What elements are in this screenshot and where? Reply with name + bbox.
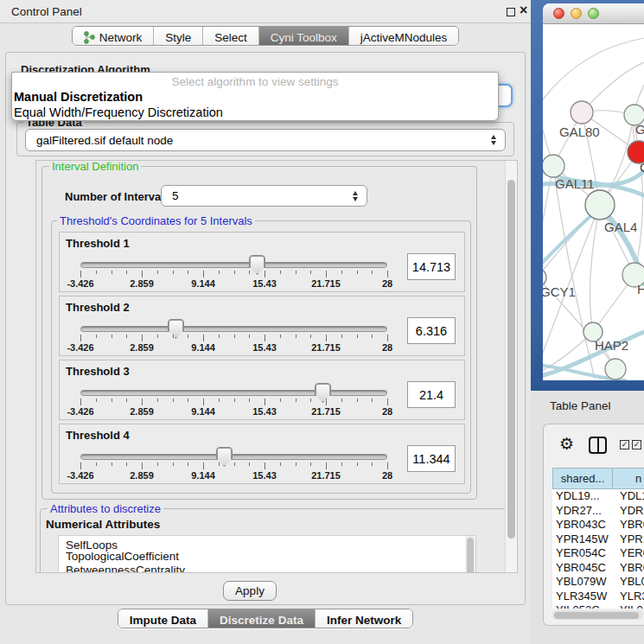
slider-tick-label: 21.715 bbox=[311, 278, 341, 289]
slider-tick-label: 28 bbox=[382, 278, 392, 289]
tab-jactivemnodules[interactable]: jActiveMNodules bbox=[349, 27, 459, 45]
control-panel-window: Control Panel × Network Style Select bbox=[0, 0, 531, 644]
cell-shared-name[interactable]: YBR045C bbox=[552, 561, 613, 576]
checkbox-icon[interactable]: ✓ bbox=[620, 440, 629, 450]
threshold-value-field[interactable]: 14.713 bbox=[407, 253, 456, 280]
table-row[interactable]: YBL079WYBL0 bbox=[552, 575, 644, 590]
node-gal4[interactable] bbox=[585, 190, 615, 220]
cell-shared-name[interactable]: YBR043C bbox=[552, 518, 613, 532]
threshold-slider-track[interactable] bbox=[80, 262, 387, 268]
table-row[interactable]: YPR145WYPR1 bbox=[552, 532, 644, 547]
zoom-traffic-light-icon[interactable] bbox=[588, 8, 599, 19]
cell-name[interactable]: YDL1 bbox=[613, 489, 644, 504]
network-icon bbox=[84, 31, 95, 44]
close-icon[interactable]: × bbox=[520, 3, 527, 18]
column-header-shared-name[interactable]: shared... bbox=[552, 468, 613, 489]
cell-shared-name[interactable]: YDR27... bbox=[552, 504, 613, 519]
checkbox-icon[interactable]: ✓ bbox=[632, 440, 641, 450]
slider-tick-label: 28 bbox=[382, 342, 392, 353]
cell-shared-name[interactable]: YPR145W bbox=[552, 532, 613, 547]
table-data-combobox[interactable]: galFiltered.sif default node bbox=[25, 129, 506, 151]
svg-text:GAL11: GAL11 bbox=[555, 176, 595, 191]
apply-button[interactable]: Apply bbox=[223, 581, 277, 601]
threshold-slider-track[interactable] bbox=[80, 390, 387, 396]
threshold-label: Threshold 4 bbox=[66, 429, 130, 442]
threshold-value-field[interactable]: 11.344 bbox=[407, 445, 456, 472]
cell-name[interactable]: YPR1 bbox=[613, 532, 644, 547]
table-row[interactable]: YLR345WYLR3 bbox=[552, 590, 644, 604]
attribute-list-item[interactable]: BetweennessCentrality bbox=[59, 564, 475, 573]
cell-name[interactable]: YBR0 bbox=[613, 561, 644, 576]
tab-network[interactable]: Network bbox=[73, 27, 155, 45]
interval-group-title: Interval Definition bbox=[49, 160, 141, 173]
threshold-value-field[interactable]: 6.316 bbox=[407, 317, 456, 344]
minimize-traffic-light-icon[interactable] bbox=[571, 8, 582, 19]
cell-name[interactable]: YDR2 bbox=[613, 504, 644, 519]
numerical-attributes-label: Numerical Attributes bbox=[46, 518, 160, 531]
vertical-scrollbar[interactable] bbox=[505, 161, 517, 572]
cyni-toolbox-pane: Discretization Algorithm Select algorith… bbox=[5, 52, 526, 605]
slider-tick-label: 9.144 bbox=[191, 406, 215, 417]
table-panel: Table Panel ⚙ ✓ ✓ shared... n YDL19...YD… bbox=[531, 391, 644, 644]
close-traffic-light-icon[interactable] bbox=[553, 8, 564, 19]
tab-select[interactable]: Select bbox=[203, 27, 259, 45]
attribute-list-item[interactable]: SelfLoops bbox=[59, 536, 475, 550]
interval-definition-group: Interval Definition Number of Intervals … bbox=[41, 166, 477, 500]
scrollbar-thumb[interactable] bbox=[554, 612, 639, 619]
svg-text:C: C bbox=[640, 160, 644, 175]
tab-cyni-toolbox[interactable]: Cyni Toolbox bbox=[259, 27, 349, 45]
node-gal11[interactable] bbox=[543, 155, 564, 177]
list-scrollbar[interactable] bbox=[465, 536, 475, 573]
cell-shared-name[interactable]: YLR345W bbox=[552, 590, 613, 604]
table-row[interactable]: YDL19...YDL1 bbox=[552, 489, 644, 504]
num-intervals-label: Number of Intervals bbox=[65, 190, 170, 203]
scrollbar-thumb[interactable] bbox=[507, 180, 515, 539]
column-header-name[interactable]: n bbox=[613, 468, 644, 489]
scrollbar-thumb[interactable] bbox=[467, 538, 474, 573]
cell-shared-name[interactable]: YDL19... bbox=[552, 489, 613, 504]
float-window-icon[interactable] bbox=[507, 8, 515, 16]
cell-name[interactable]: YBL0 bbox=[613, 575, 644, 590]
column-layout-icon[interactable] bbox=[589, 437, 607, 454]
network-mac-window: GAL80 GA C GAL11 GAL4 GCY1 H HAP2 bbox=[543, 3, 644, 380]
table-row[interactable]: YIL052CYIL0 bbox=[552, 603, 644, 609]
threshold-slider-track[interactable] bbox=[80, 454, 387, 460]
table-row[interactable]: YBR043CYBR0 bbox=[552, 518, 644, 532]
algorithm-option[interactable]: Manual Discretization bbox=[12, 89, 498, 105]
node-attribute-table[interactable]: shared... n YDL19...YDL1YDR27...YDR2YBR0… bbox=[552, 468, 644, 609]
attribute-list-item[interactable]: TopologicalCoefficient bbox=[59, 550, 475, 564]
cell-shared-name[interactable]: YER054C bbox=[552, 546, 613, 561]
node-bottom[interactable] bbox=[605, 359, 626, 379]
tab-label: Discretize Data bbox=[220, 614, 303, 627]
node-gal80[interactable] bbox=[571, 101, 593, 124]
tab-infer-network[interactable]: Infer Network bbox=[316, 609, 412, 628]
algorithm-option[interactable]: Equal Width/Frequency Discretization bbox=[12, 105, 498, 120]
network-window-titlebar bbox=[543, 3, 644, 24]
numerical-attributes-list[interactable]: SelfLoopsTopologicalCoefficientBetweenne… bbox=[58, 535, 476, 573]
tab-discretize-data[interactable]: Discretize Data bbox=[208, 609, 316, 628]
slider-tick-label: 28 bbox=[382, 406, 392, 417]
cell-name[interactable]: YBR0 bbox=[613, 518, 644, 532]
slider-tick-label: -3.426 bbox=[67, 470, 93, 481]
slider-tick-label: 9.144 bbox=[191, 278, 215, 289]
network-canvas[interactable]: GAL80 GA C GAL11 GAL4 GCY1 H HAP2 bbox=[543, 24, 644, 380]
num-intervals-combobox[interactable]: 5 bbox=[161, 185, 367, 207]
threshold-slider-track[interactable] bbox=[80, 326, 387, 332]
table-row[interactable]: YBR045CYBR0 bbox=[552, 561, 644, 576]
dropdown-placeholder: Select algorithm to view settings bbox=[12, 73, 498, 89]
cell-name[interactable]: YIL0 bbox=[613, 603, 644, 609]
table-row[interactable]: YDR27...YDR2 bbox=[552, 504, 644, 519]
cell-shared-name[interactable]: YIL052C bbox=[552, 603, 613, 609]
tab-label: Select bbox=[214, 31, 247, 44]
cell-shared-name[interactable]: YBL079W bbox=[552, 575, 613, 590]
threshold-value-field[interactable]: 21.4 bbox=[407, 381, 456, 408]
threshold-panel: Threshold 3-3.4262.8599.14415.4321.71528… bbox=[59, 360, 465, 420]
cell-name[interactable]: YLR3 bbox=[613, 590, 644, 604]
tab-impute-data[interactable]: Impute Data bbox=[118, 609, 208, 628]
gear-icon[interactable]: ⚙ bbox=[559, 434, 574, 454]
tab-style[interactable]: Style bbox=[154, 27, 203, 45]
horizontal-scrollbar[interactable] bbox=[552, 610, 643, 620]
tab-label: Cyni Toolbox bbox=[271, 31, 337, 44]
table-row[interactable]: YER054CYER0 bbox=[552, 546, 644, 561]
cell-name[interactable]: YER0 bbox=[613, 546, 644, 561]
